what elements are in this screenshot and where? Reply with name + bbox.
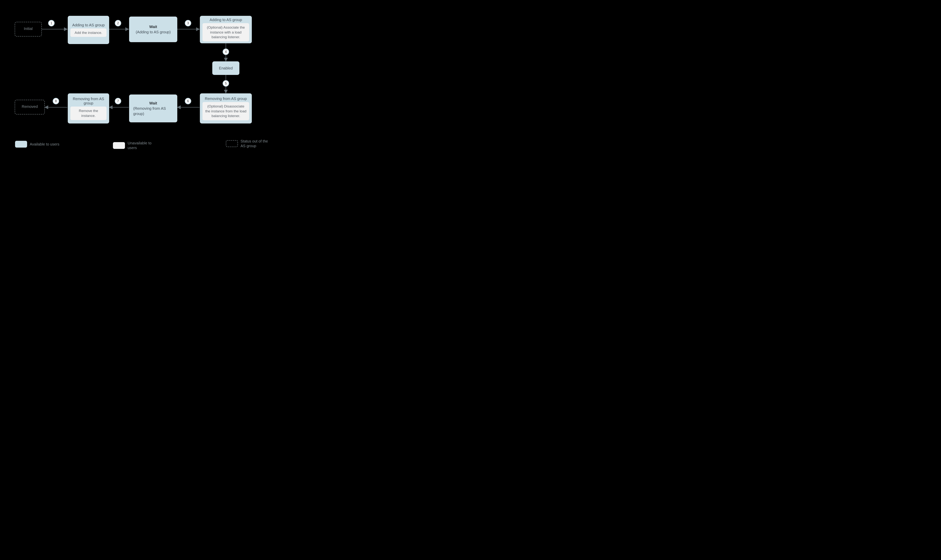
legend-outside-label: Status out of the AS group <box>240 139 272 148</box>
node-removing2: Removing from AS group Remove the instan… <box>68 93 109 123</box>
step-8: 8 <box>53 98 59 104</box>
step-6: 6 <box>185 98 191 104</box>
step-3: 3 <box>185 20 191 26</box>
node-wait-add: Wait (Adding to AS group) <box>129 17 177 42</box>
node-wait-remove: Wait (Removing from AS group) <box>129 94 177 122</box>
swatch-unavailable <box>113 142 125 149</box>
legend-available-label: Available to users <box>30 142 60 147</box>
node-enabled: Enabled <box>212 62 239 75</box>
node-removed-label: Removed <box>22 105 38 109</box>
node-adding1: Adding to AS group Add the instance. <box>68 16 109 44</box>
swatch-outside <box>226 140 238 147</box>
node-adding2-title: Adding to AS group <box>210 18 242 22</box>
step-7: 7 <box>115 98 121 104</box>
node-initial: Initial <box>15 22 42 37</box>
node-removing2-title: Removing from AS group <box>71 97 106 105</box>
node-initial-label: Initial <box>24 26 33 31</box>
legend-unavailable-label: Unavailable to users <box>128 141 160 150</box>
node-removing1-title: Removing from AS group <box>205 97 247 101</box>
diagram-stage: Initial Adding to AS group Add the insta… <box>0 0 301 173</box>
node-adding1-title: Adding to AS group <box>72 23 105 27</box>
swatch-available <box>15 141 27 148</box>
step-2: 2 <box>115 20 121 26</box>
node-wait-add-line2: (Adding to AS group) <box>136 29 171 35</box>
node-wait-remove-line1: Wait <box>133 100 173 106</box>
step-5: 5 <box>223 80 229 86</box>
node-wait-remove-line2: (Removing from AS group) <box>133 106 173 116</box>
node-adding2-sub: (Optional) Associate the instance with a… <box>203 23 249 42</box>
node-removing2-sub: Remove the instance. <box>71 106 106 120</box>
node-adding1-sub: Add the instance. <box>71 28 106 37</box>
step-4: 4 <box>223 49 229 55</box>
legend-outside: Status out of the AS group <box>226 139 272 148</box>
step-1: 1 <box>48 20 55 26</box>
node-removed: Removed <box>15 100 45 114</box>
legend-unavailable: Unavailable to users <box>113 141 160 150</box>
node-removing1-sub: (Optional) Disassociate the instance fro… <box>203 102 249 120</box>
node-removing1: Removing from AS group (Optional) Disass… <box>200 93 252 123</box>
node-adding2: Adding to AS group (Optional) Associate … <box>200 16 252 43</box>
node-wait-add-line1: Wait <box>136 24 171 29</box>
node-enabled-label: Enabled <box>219 66 233 71</box>
legend-available: Available to users <box>15 141 60 148</box>
